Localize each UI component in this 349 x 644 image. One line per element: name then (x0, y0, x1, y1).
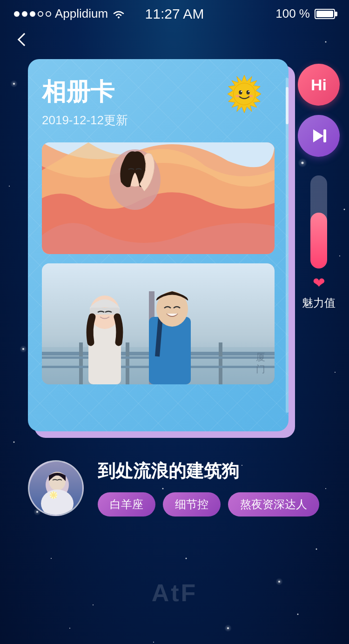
user-tags: 白羊座 细节控 熬夜资深达人 (98, 492, 321, 517)
photo-1-container (42, 142, 275, 254)
charm-heart-icon: ❤ (313, 274, 325, 292)
back-arrow-icon (18, 33, 31, 46)
tag-night[interactable]: 熬夜资深达人 (228, 492, 319, 517)
dot-4 (38, 11, 43, 17)
scroll-thumb (286, 87, 289, 124)
photo-2-container: 厦门 (42, 263, 275, 384)
svg-rect-24 (90, 308, 120, 315)
svg-rect-16 (126, 342, 129, 384)
status-right: 100 % (275, 7, 335, 21)
charm-slider (310, 175, 327, 268)
battery-fill (316, 11, 333, 17)
charm-label: 魅力值 (302, 295, 336, 310)
status-time: 11:27 AM (145, 6, 204, 22)
dot-5 (46, 11, 51, 17)
user-name: 到处流浪的建筑狗 (98, 459, 321, 483)
svg-marker-27 (313, 129, 323, 142)
hi-button[interactable]: Hi (298, 64, 340, 106)
battery-icon (315, 9, 335, 19)
user-info: 到处流浪的建筑狗 白羊座 细节控 熬夜资深达人 (98, 459, 321, 517)
signal-dots (14, 11, 51, 17)
scroll-indicator (286, 78, 289, 413)
user-avatar[interactable] (28, 460, 84, 516)
dot-1 (14, 11, 20, 17)
card-date: 2019-12-12更新 (42, 112, 275, 128)
card-title: 相册卡 (42, 76, 275, 108)
atf-watermark: AtF (152, 579, 198, 607)
tag-detail[interactable]: 细节控 (163, 492, 221, 517)
tag-constellation[interactable]: 白羊座 (98, 492, 155, 517)
card-stack: 相册卡 2019-12-12更新 (28, 59, 289, 431)
dot-2 (22, 11, 27, 17)
svg-rect-18 (219, 342, 222, 384)
svg-point-0 (118, 16, 120, 18)
status-left: Applidium (14, 7, 126, 21)
play-skip-icon (309, 126, 329, 146)
user-section: 到处流浪的建筑狗 白羊座 细节控 熬夜资深达人 (0, 431, 349, 535)
sidebar-right: Hi ❤ 魅力值 (298, 59, 340, 310)
photo-watermark: 厦门 (256, 351, 265, 375)
back-button[interactable] (14, 29, 34, 50)
charm-fill (310, 213, 327, 268)
carrier-label: Applidium (55, 7, 108, 21)
battery-text: 100 % (275, 7, 310, 21)
play-button[interactable] (298, 115, 340, 157)
photo-2: 厦门 (42, 263, 275, 384)
svg-rect-28 (323, 129, 326, 142)
dot-3 (30, 11, 35, 17)
status-bar: Applidium 11:27 AM 100 % (0, 0, 349, 25)
wifi-icon (112, 9, 126, 19)
main-content: 相册卡 2019-12-12更新 (0, 50, 349, 431)
svg-rect-15 (79, 342, 83, 384)
svg-rect-25 (149, 317, 191, 384)
charm-container: ❤ 魅力值 (302, 175, 336, 310)
card-front: 相册卡 2019-12-12更新 (28, 59, 289, 431)
photo-1 (42, 142, 275, 254)
